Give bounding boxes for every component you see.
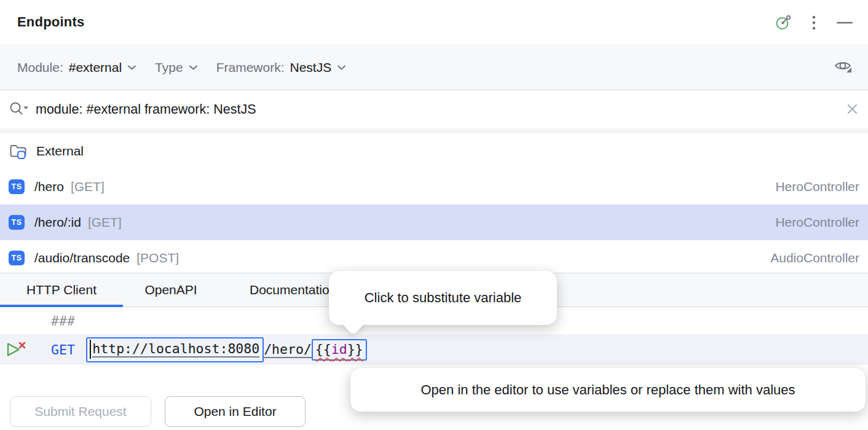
page-title: Endpoints bbox=[17, 14, 84, 30]
list-item-endpoint-selected[interactable]: TS /hero/:id [GET] HeroController bbox=[0, 205, 868, 240]
typescript-icon: TS bbox=[9, 179, 25, 194]
endpoints-list: External TS /hero [GET] HeroController T… bbox=[0, 128, 868, 273]
tab-label: Documentation bbox=[250, 283, 336, 297]
tab-http-client[interactable]: HTTP Client bbox=[0, 273, 123, 307]
request-separator: ### bbox=[51, 313, 75, 329]
module-filter[interactable]: Module: #external bbox=[17, 60, 136, 75]
tab-label: HTTP Client bbox=[26, 283, 97, 297]
tool-window-header: Endpoints bbox=[0, 0, 868, 45]
run-request-icon[interactable] bbox=[4, 339, 27, 363]
request-line: GET http://localhost:8080/hero/{{id}} bbox=[0, 334, 868, 365]
list-inset bbox=[0, 128, 868, 133]
variable-substitute-box[interactable]: {{id}} bbox=[312, 339, 367, 361]
endpoints-status-icon[interactable] bbox=[775, 14, 792, 31]
endpoint-controller: HeroController bbox=[775, 179, 859, 194]
url-path: /hero/ bbox=[264, 342, 312, 358]
endpoint-method-badge: [POST] bbox=[136, 251, 179, 265]
list-item-endpoint[interactable]: TS /hero [GET] HeroController bbox=[0, 169, 868, 205]
framework-filter[interactable]: Framework: NestJS bbox=[216, 60, 347, 75]
url-host-fragment-box[interactable]: http://localhost:8080 bbox=[86, 337, 264, 362]
group-label: External bbox=[36, 144, 84, 158]
endpoint-method-badge: [GET] bbox=[71, 179, 105, 194]
more-options-kebab-icon[interactable] bbox=[811, 15, 816, 31]
text-caret bbox=[90, 340, 92, 359]
list-item-external-group[interactable]: External bbox=[0, 133, 868, 169]
search-bar bbox=[0, 90, 868, 128]
tab-label: OpenAPI bbox=[144, 283, 197, 297]
list-item-endpoint[interactable]: TS /audio/transcode [POST] AudioControll… bbox=[0, 240, 868, 273]
type-filter[interactable]: Type bbox=[155, 60, 198, 75]
type-filter-label: Type bbox=[155, 60, 183, 75]
endpoint-method-badge: [GET] bbox=[88, 215, 122, 230]
endpoints-tool-window: Endpoints bbox=[0, 0, 868, 430]
module-filter-label: Module: bbox=[17, 60, 63, 75]
typescript-icon: TS bbox=[9, 251, 25, 265]
variable-name: id bbox=[331, 342, 347, 357]
typescript-icon: TS bbox=[9, 215, 25, 230]
tooltip-text: Open in the editor to use variables or r… bbox=[421, 382, 795, 398]
open-in-editor-button[interactable]: Open in Editor bbox=[165, 396, 306, 427]
clear-search-icon[interactable] bbox=[845, 102, 859, 119]
chevron-down-icon bbox=[189, 64, 198, 71]
chevron-down-icon bbox=[337, 64, 346, 71]
tooltip-text: Click to substitute variable bbox=[365, 290, 522, 306]
endpoint-path: /hero/:id bbox=[34, 215, 81, 230]
hide-tool-window-icon[interactable] bbox=[836, 22, 853, 24]
tab-documentation[interactable]: Documentation bbox=[219, 273, 336, 307]
endpoint-controller: HeroController bbox=[775, 215, 859, 230]
tab-openapi[interactable]: OpenAPI bbox=[123, 273, 219, 307]
chevron-down-icon bbox=[127, 64, 136, 71]
module-filter-value: #external bbox=[69, 60, 122, 75]
submit-request-button[interactable]: Submit Request bbox=[10, 396, 151, 427]
folder-icon bbox=[9, 143, 27, 160]
tooltip-substitute-variable: Click to substitute variable bbox=[329, 271, 557, 325]
framework-filter-value: NestJS bbox=[290, 60, 332, 75]
view-options-eye-icon[interactable] bbox=[834, 58, 854, 77]
search-icon[interactable] bbox=[9, 101, 30, 120]
framework-filter-label: Framework: bbox=[216, 60, 285, 75]
search-input[interactable] bbox=[36, 90, 835, 128]
tooltip-editor-hint: Open in the editor to use variables or r… bbox=[350, 368, 866, 412]
endpoint-path: /audio/transcode bbox=[34, 251, 130, 265]
header-icon-group bbox=[775, 0, 853, 45]
filter-bar: Module: #external Type Framework: NestJS bbox=[0, 45, 868, 90]
http-method: GET bbox=[51, 342, 75, 358]
endpoint-path: /hero bbox=[34, 179, 64, 194]
url-host: http://localhost:8080 bbox=[92, 341, 259, 358]
endpoint-controller: AudioController bbox=[770, 251, 859, 265]
